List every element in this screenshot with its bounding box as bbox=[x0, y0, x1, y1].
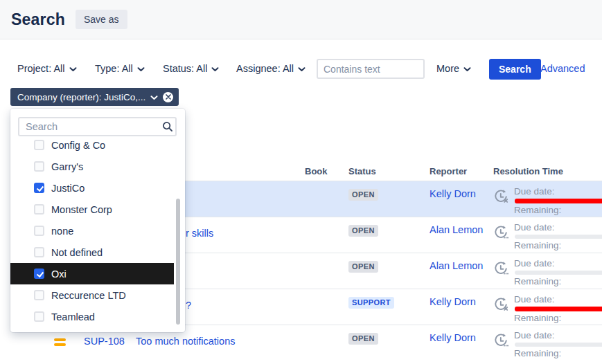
option-label: Config & Co bbox=[51, 140, 105, 151]
clock-ellipsis-icon bbox=[493, 224, 510, 241]
filter-status-all[interactable]: Status: All bbox=[163, 63, 219, 74]
remaining-label: Remaining: bbox=[514, 205, 602, 215]
issue-summary-link[interactable]: Too much notifications bbox=[136, 336, 235, 347]
resolution-time-cell: Due date:Remaining: bbox=[493, 217, 602, 253]
more-label: More bbox=[436, 63, 459, 74]
advanced-link[interactable]: Advanced bbox=[540, 63, 585, 74]
filter-label: Assignee: All bbox=[236, 63, 294, 74]
due-date-label: Due date: bbox=[514, 330, 602, 340]
dropdown-option-oxi[interactable]: Oxi bbox=[10, 263, 174, 284]
status-cell: OPEN bbox=[348, 217, 430, 253]
due-date-label: Due date: bbox=[514, 222, 602, 233]
status-badge: OPEN bbox=[348, 225, 378, 237]
dropdown-option-justico[interactable]: JustiCo bbox=[10, 177, 185, 199]
column-header-status: Status bbox=[348, 166, 430, 176]
option-label: none bbox=[51, 226, 73, 237]
filter-type-all[interactable]: Type: All bbox=[95, 63, 145, 74]
value-bar bbox=[515, 235, 602, 239]
dropdown-search-input[interactable] bbox=[18, 117, 177, 136]
filter-bar: Project: AllType: AllStatus: AllAssignee… bbox=[0, 59, 602, 81]
checkbox-unchecked[interactable] bbox=[34, 226, 44, 236]
overdue-value-bar bbox=[515, 199, 602, 203]
status-badge: SUPPORT bbox=[348, 297, 394, 309]
page-title: Search bbox=[11, 10, 65, 29]
dropdown-scrollbar[interactable] bbox=[176, 199, 180, 325]
book-cell bbox=[305, 289, 348, 325]
checkbox-unchecked[interactable] bbox=[34, 311, 44, 322]
filter-assignee-all[interactable]: Assignee: All bbox=[236, 63, 306, 74]
chevron-down-icon bbox=[463, 63, 471, 74]
issue-summary-fragment[interactable]: r skills bbox=[186, 228, 213, 239]
dropdown-option-garry-s[interactable]: Garry's bbox=[10, 156, 185, 177]
book-cell bbox=[305, 181, 348, 217]
overdue-value-bar bbox=[515, 307, 602, 311]
checkbox-unchecked[interactable] bbox=[34, 140, 44, 150]
reporter-link[interactable]: Alan Lemon bbox=[430, 224, 483, 235]
contains-text-input[interactable] bbox=[317, 59, 425, 79]
status-badge: OPEN bbox=[348, 261, 378, 273]
reporter-link[interactable]: Kelly Dorn bbox=[430, 188, 476, 199]
resolution-time-cell: Due date:Remaining: bbox=[493, 289, 602, 325]
dropdown-option-reccurence-ltd[interactable]: Reccurence LTD bbox=[10, 284, 185, 306]
checkbox-unchecked[interactable] bbox=[34, 290, 44, 300]
reporter-cell: Kelly Dorn bbox=[430, 325, 493, 361]
reporter-link[interactable]: Kelly Dorn bbox=[430, 332, 476, 343]
column-header-book: Book bbox=[305, 166, 348, 176]
checkbox-checked[interactable] bbox=[34, 183, 44, 193]
option-label: Not defined bbox=[51, 247, 103, 258]
option-label: JustiCo bbox=[51, 183, 85, 194]
status-badge: OPEN bbox=[348, 333, 378, 345]
company-dropdown-panel: Config & CoGarry'sJustiCoMonster Corpnon… bbox=[10, 109, 185, 332]
clock-x-icon bbox=[493, 296, 510, 313]
option-label: Garry's bbox=[51, 161, 83, 172]
more-dropdown[interactable]: More bbox=[436, 63, 471, 74]
remove-filter-icon[interactable] bbox=[163, 92, 173, 102]
checkbox-unchecked[interactable] bbox=[34, 161, 44, 172]
checkbox-unchecked[interactable] bbox=[34, 204, 44, 215]
remaining-label: Remaining: bbox=[514, 240, 602, 251]
checkbox-checked[interactable] bbox=[34, 269, 44, 279]
clock-ellipsis-icon bbox=[493, 332, 510, 349]
issue-summary-fragment[interactable]: ? bbox=[186, 300, 191, 311]
status-cell: OPEN bbox=[348, 181, 430, 217]
book-cell bbox=[305, 253, 348, 289]
dropdown-option-monster-corp[interactable]: Monster Corp bbox=[10, 199, 185, 220]
dropdown-option-none[interactable]: none bbox=[10, 220, 185, 242]
option-label: Reccurence LTD bbox=[51, 290, 126, 301]
resolution-time-cell: Due date:Remaining: bbox=[493, 181, 602, 217]
chevron-down-icon bbox=[69, 63, 77, 74]
status-cell: OPEN bbox=[348, 325, 430, 361]
reporter-link[interactable]: Alan Lemon bbox=[430, 260, 483, 271]
checkbox-unchecked[interactable] bbox=[34, 247, 44, 257]
medium-priority-icon bbox=[54, 338, 66, 348]
column-header-resolution-time: Resolution Time bbox=[493, 166, 602, 176]
save-as-button[interactable]: Save as bbox=[76, 10, 127, 29]
filter-label: Type: All bbox=[95, 63, 133, 74]
clock-x-icon bbox=[493, 188, 510, 205]
status-badge: OPEN bbox=[348, 189, 378, 201]
status-cell: SUPPORT bbox=[348, 289, 430, 325]
dropdown-option-not-defined[interactable]: Not defined bbox=[10, 242, 185, 263]
company-reporter-filter-chip[interactable]: Company (reporter): JustiCo,... bbox=[10, 88, 179, 106]
filter-project-all[interactable]: Project: All bbox=[17, 63, 77, 74]
remaining-label: Remaining: bbox=[514, 348, 602, 358]
value-bar bbox=[515, 343, 602, 347]
option-label: Teamlead bbox=[51, 311, 95, 322]
dropdown-option-config-co[interactable]: Config & Co bbox=[10, 140, 185, 156]
reporter-cell: Alan Lemon bbox=[430, 253, 493, 289]
status-cell: OPEN bbox=[348, 253, 430, 289]
value-bar bbox=[515, 271, 602, 275]
chevron-down-icon bbox=[137, 63, 145, 74]
reporter-cell: Kelly Dorn bbox=[430, 289, 493, 325]
reporter-link[interactable]: Kelly Dorn bbox=[430, 296, 476, 307]
search-button[interactable]: Search bbox=[489, 59, 541, 80]
column-header-reporter: Reporter bbox=[430, 166, 493, 176]
chevron-down-icon bbox=[211, 63, 219, 74]
issue-key-link[interactable]: SUP-108 bbox=[84, 336, 125, 347]
due-date-label: Due date: bbox=[514, 258, 602, 269]
dropdown-option-teamlead[interactable]: Teamlead bbox=[10, 306, 185, 327]
option-label: Monster Corp bbox=[51, 204, 112, 215]
reporter-cell: Kelly Dorn bbox=[430, 181, 493, 217]
remaining-label: Remaining: bbox=[514, 276, 602, 286]
book-cell bbox=[305, 325, 348, 361]
